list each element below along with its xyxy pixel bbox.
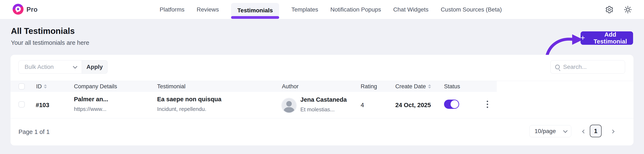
table-header: ID Company Details Testimonial Author Ra… [10,81,497,92]
nav-item-notification-popups[interactable]: Notification Popups [330,6,381,13]
rating-value: 4 [361,102,364,109]
plus-icon: + [580,34,585,42]
column-header-status: Status [444,81,460,92]
search-box[interactable] [550,60,625,74]
bulk-action-placeholder: Bulk Action [24,64,54,70]
chevron-down-icon [563,128,568,133]
navbar-actions [605,0,632,19]
status-toggle[interactable] [444,100,459,109]
add-testimonial-button[interactable]: + Add Testimonial [580,31,633,45]
chevron-left-icon[interactable] [580,128,588,135]
main-nav: Platforms Reviews Testimonials Templates… [160,0,502,19]
search-icon [555,65,560,69]
page-size-value: 10/page [534,128,556,135]
top-navbar: Pro Platforms Reviews Testimonials Templ… [0,0,644,19]
row-id: #103 [36,102,49,109]
testimonial-title: Ea saepe non quisqua [157,96,222,103]
sort-icon[interactable] [44,84,47,88]
column-header-create-date[interactable]: Create Date [395,81,431,92]
search-input[interactable] [563,64,639,70]
nav-item-templates[interactable]: Templates [291,6,318,13]
nav-item-testimonials-label: Testimonials [237,7,273,14]
kebab-menu-icon[interactable] [483,99,492,109]
author-excerpt: Et molestias... [300,106,334,113]
chevron-right-icon[interactable] [609,128,616,135]
nav-item-testimonials[interactable]: Testimonials [231,3,279,19]
brand-name: Pro [26,6,38,13]
nav-item-chat-widgets[interactable]: Chat Widgets [393,6,428,13]
company-url[interactable]: https://www... [74,106,106,112]
testimonials-card: Bulk Action Apply ID Company Details Tes… [10,55,634,146]
column-header-author: Author [282,81,299,92]
gear-icon[interactable] [605,5,614,14]
curved-arrow-annotation [544,30,584,58]
company-name: Palmer an... [74,96,108,103]
row-separator [10,118,634,118]
column-header-create-date-label: Create Date [395,83,426,90]
testimonial-excerpt: Incidunt, repellendu. [157,106,206,112]
column-header-id-label: ID [36,83,42,90]
active-tab-underline [231,16,279,19]
app-logo-icon [12,4,24,15]
bulk-action-group: Bulk Action Apply [18,60,108,74]
page-number-button[interactable]: 1 [590,125,602,137]
page-size-select[interactable]: 10/page [529,125,571,137]
person-icon [286,101,292,106]
page-summary: Page 1 of 1 [18,129,50,135]
nav-item-reviews[interactable]: Reviews [196,6,219,13]
page-subtitle: Your all testimonials are here [11,39,89,46]
select-all-checkbox[interactable] [18,83,25,89]
author-avatar [282,98,296,113]
nav-item-custom-sources[interactable]: Custom Sources (Beta) [441,6,502,13]
chevron-down-icon [73,64,77,69]
nav-item-platforms[interactable]: Platforms [160,6,184,13]
apply-button[interactable]: Apply [82,60,108,74]
column-header-id[interactable]: ID [36,81,47,92]
brand[interactable]: Pro [12,4,38,15]
sun-icon[interactable] [624,5,632,14]
toggle-knob [450,100,458,108]
create-date-value: 24 Oct, 2025 [395,102,431,109]
column-header-rating: Rating [361,81,377,92]
page-title: All Testimonials [11,26,75,36]
sort-icon[interactable] [428,84,431,88]
author-name: Jena Castaneda [300,96,347,103]
bulk-action-select[interactable]: Bulk Action [18,60,82,74]
row-checkbox[interactable] [18,101,25,108]
add-testimonial-label: Add Testimonial [588,31,633,45]
column-header-testimonial: Testimonial [157,81,186,92]
column-header-company: Company Details [74,81,117,92]
